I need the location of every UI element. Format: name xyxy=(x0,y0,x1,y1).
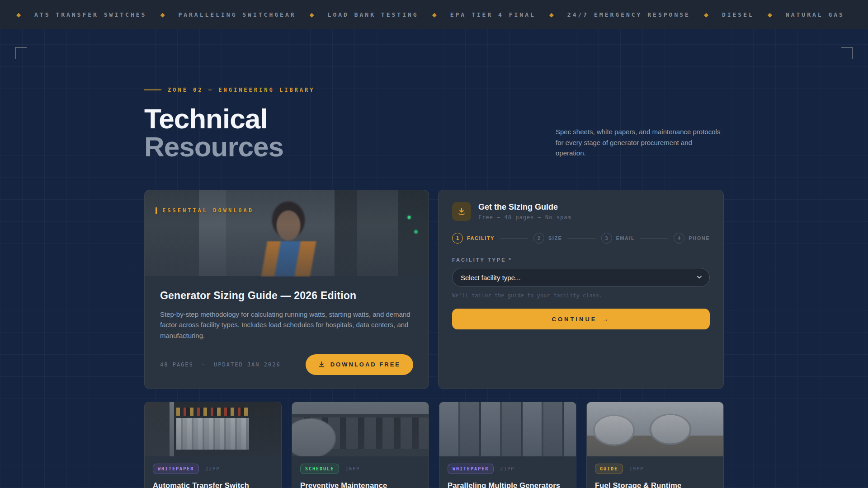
essential-download-badge: ESSENTIAL DOWNLOAD xyxy=(156,207,254,214)
ticker-label: DIESEL xyxy=(722,11,754,18)
facility-helper-text: We'll tailor the guide to your facility … xyxy=(452,292,710,299)
ticker-item: ◆ EPA TIER 4 FINAL xyxy=(419,11,536,18)
category-badge: GUIDE xyxy=(595,464,623,474)
resource-title: Fuel Storage & Runtime Planning xyxy=(595,481,715,488)
panel-subtitle: Free — 48 pages — No spam xyxy=(478,214,571,221)
featured-page-count: 48 PAGES xyxy=(160,361,193,368)
diamond-icon: ◆ xyxy=(16,11,21,18)
ticker-label: NATURAL GAS xyxy=(786,11,844,18)
resource-title: Paralleling Multiple Generators xyxy=(448,481,568,488)
diamond-icon: ◆ xyxy=(160,11,165,18)
page-count: 19PP xyxy=(629,466,644,471)
page-count: 21PP xyxy=(500,466,514,471)
diamond-icon: ◆ xyxy=(768,11,772,18)
step-phone[interactable]: 4 PHONE xyxy=(674,233,710,244)
eyebrow-line xyxy=(144,89,161,90)
diamond-icon: ◆ xyxy=(310,11,314,18)
panel-title: Get the Sizing Guide xyxy=(478,202,571,212)
step-email[interactable]: 3 EMAIL xyxy=(601,233,635,244)
ticker-label: LOAD BANK TESTING xyxy=(328,11,419,18)
section-eyebrow: ZONE 02 — ENGINEERING LIBRARY xyxy=(144,87,315,93)
featured-title: Generator Sizing Guide — 2026 Edition xyxy=(160,290,413,302)
step-number: 3 xyxy=(601,233,612,244)
resource-thumbnail xyxy=(587,402,723,456)
ticker-label: ATS TRANSFER SWITCHES xyxy=(34,11,146,18)
diamond-icon: ◆ xyxy=(549,11,554,18)
ticker-item: ◆ DIESEL xyxy=(690,11,754,18)
step-connector xyxy=(640,238,668,239)
facility-type-select[interactable]: Select facility type... xyxy=(452,268,710,287)
form-stepper: 1 FACILITY 2 SIZE 3 EMAIL 4 PHONE xyxy=(452,233,710,244)
corner-bracket-top-right xyxy=(841,47,853,59)
step-facility[interactable]: 1 FACILITY xyxy=(452,233,495,244)
featured-updated: UPDATED JAN 2026 xyxy=(214,361,281,368)
continue-button[interactable]: CONTINUE → xyxy=(452,309,710,329)
step-size[interactable]: 2 SIZE xyxy=(533,233,562,244)
panel-heading-group: Get the Sizing Guide Free — 48 pages — N… xyxy=(478,202,571,221)
category-badge: SCHEDULE xyxy=(300,464,339,474)
corner-bracket-top-left xyxy=(15,47,27,59)
resource-thumbnail xyxy=(439,402,576,456)
step-number: 4 xyxy=(674,233,684,244)
download-icon xyxy=(458,207,466,216)
ticker-bar: ◆ ATS TRANSFER SWITCHES ◆ PARALLELING SW… xyxy=(0,0,868,29)
resource-card-maintenance: SCHEDULE 16PP Preventive Maintenance Sch… xyxy=(292,402,429,488)
featured-description: Step-by-step methodology for calculating… xyxy=(160,309,413,341)
arrow-right-icon: → xyxy=(602,316,610,323)
hero-left: ZONE 02 — ENGINEERING LIBRARY Technical … xyxy=(144,87,315,161)
step-connector xyxy=(567,238,595,239)
download-icon xyxy=(318,361,325,368)
page-count: 22PP xyxy=(205,466,220,471)
featured-meta: 48 PAGES · UPDATED JAN 2026 xyxy=(160,361,281,368)
step-number: 1 xyxy=(452,233,463,244)
download-icon-tile xyxy=(452,202,471,221)
diamond-icon: ◆ xyxy=(432,11,437,18)
step-label: SIZE xyxy=(548,235,562,241)
diamond-icon: ◆ xyxy=(704,11,708,18)
eyebrow-label: ZONE 02 — ENGINEERING LIBRARY xyxy=(168,87,315,93)
ticker-item: ◆ 24/7 EMERGENCY RESPONSE xyxy=(536,11,690,18)
resource-thumbnail xyxy=(292,402,429,456)
ticker-label: 24/7 EMERGENCY RESPONSE xyxy=(567,11,690,18)
sizing-guide-form-panel: Get the Sizing Guide Free — 48 pages — N… xyxy=(438,190,724,389)
resource-title: Preventive Maintenance Schedules xyxy=(300,481,420,488)
step-label: FACILITY xyxy=(467,235,495,241)
ticker-item: ◆ ATS TRANSFER SWITCHES xyxy=(3,11,146,18)
meta-separator: · xyxy=(202,361,206,368)
step-connector xyxy=(500,238,528,239)
step-number: 2 xyxy=(533,233,544,244)
continue-label: CONTINUE xyxy=(552,316,597,323)
resource-card-fuel-storage: GUIDE 19PP Fuel Storage & Runtime Planni… xyxy=(586,402,724,488)
ticker-label: PARALLELING SWITCHGEAR xyxy=(178,11,296,18)
page-title-line2: Resources xyxy=(144,131,283,162)
ticker-label: EPA TIER 4 FINAL xyxy=(450,11,536,18)
resource-card-paralleling: WHITEPAPER 21PP Paralleling Multiple Gen… xyxy=(439,402,576,488)
resource-card-grid: WHITEPAPER 22PP Automatic Transfer Switc… xyxy=(144,402,724,488)
featured-card-image: ESSENTIAL DOWNLOAD xyxy=(145,190,429,276)
hero-section: ZONE 02 — ENGINEERING LIBRARY Technical … xyxy=(144,87,724,161)
page-count: 16PP xyxy=(345,466,360,471)
page-title-line1: Technical xyxy=(144,103,267,134)
page-title: Technical Resources xyxy=(144,105,315,161)
step-label: PHONE xyxy=(689,235,710,241)
download-free-button[interactable]: DOWNLOAD FREE xyxy=(306,354,413,375)
resource-thumbnail xyxy=(145,402,281,456)
category-badge: WHITEPAPER xyxy=(448,464,494,474)
resource-card-ats: WHITEPAPER 22PP Automatic Transfer Switc… xyxy=(144,402,282,488)
ticker-item: ◆ NATURAL GAS xyxy=(754,11,844,18)
featured-resource-card: ESSENTIAL DOWNLOAD Generator Sizing Guid… xyxy=(144,190,429,389)
step-label: EMAIL xyxy=(616,235,635,241)
category-badge: WHITEPAPER xyxy=(153,464,199,474)
ticker-item: ◆ LOAD BANK TESTING xyxy=(296,11,419,18)
download-free-label: DOWNLOAD FREE xyxy=(330,361,401,368)
facility-type-label: FACILITY TYPE * xyxy=(452,257,710,263)
hero-description: Spec sheets, white papers, and maintenan… xyxy=(556,127,724,158)
ticker-item: ◆ PARALLELING SWITCHGEAR xyxy=(146,11,296,18)
resource-title: Automatic Transfer Switch Selection xyxy=(153,481,273,488)
